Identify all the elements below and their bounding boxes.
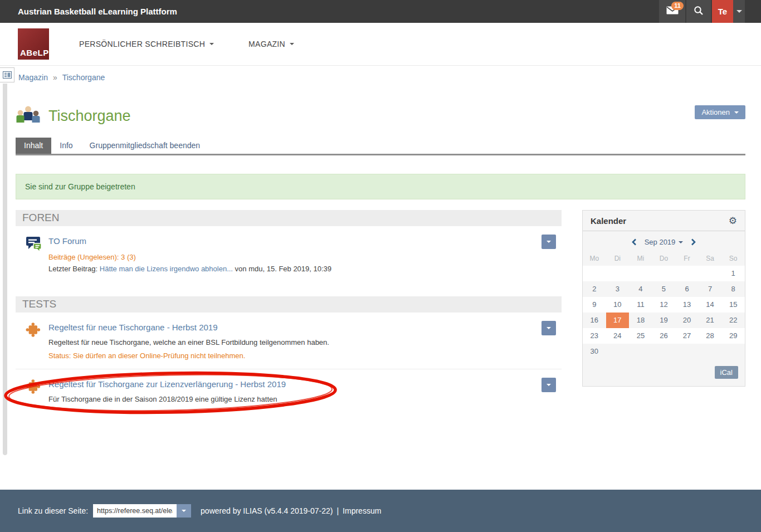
calendar-weekday: Mi: [629, 251, 652, 266]
logo[interactable]: ABeLP: [18, 28, 49, 60]
topbar-actions: 11 Te: [658, 0, 745, 23]
tests-section-header: TESTS: [16, 296, 562, 313]
chevron-down-icon: [182, 510, 186, 512]
calendar-day-23[interactable]: 23: [583, 328, 606, 344]
calendar-day-22[interactable]: 22: [721, 313, 745, 328]
ical-button[interactable]: iCal: [715, 366, 738, 379]
calendar-empty-cell: [652, 344, 676, 359]
group-icon: [16, 104, 41, 128]
top-bar: Austrian Basketball eLearning Plattform …: [0, 0, 761, 23]
calendar-day-18[interactable]: 18: [629, 313, 652, 328]
calendar-day-13[interactable]: 13: [675, 297, 699, 313]
calendar-empty-cell: [606, 266, 630, 281]
tab-gruppenmitgliedschaft-beenden[interactable]: Gruppenmitgliedschaft beenden: [81, 138, 208, 154]
breadcrumb-separator: »: [53, 73, 57, 82]
foren-section-header: FOREN: [16, 210, 562, 226]
calendar-day-27[interactable]: 27: [675, 328, 699, 344]
tab-inhalt[interactable]: Inhalt: [16, 138, 51, 154]
calendar-empty-cell: [652, 266, 676, 281]
test-list-item-1: Regeltest für neue Tischorgane - Herbst …: [16, 313, 562, 369]
calendar-empty-cell: [721, 344, 745, 359]
test-status-1: Status: Sie dürfen an dieser Online-Prüf…: [48, 352, 534, 360]
calendar-weekday: Fr: [675, 251, 699, 266]
calendar-day-5[interactable]: 5: [652, 281, 676, 297]
calendar-day-8[interactable]: 8: [721, 281, 745, 297]
calendar-day-26[interactable]: 26: [652, 328, 676, 344]
test-actions-dropdown-2[interactable]: [542, 378, 556, 392]
calendar-day-28[interactable]: 28: [699, 328, 722, 344]
logo-text: ABeLP: [18, 48, 51, 60]
calendar-day-10[interactable]: 10: [606, 297, 630, 313]
calendar-weekday: Do: [652, 251, 676, 266]
permalink-dropdown[interactable]: [177, 504, 191, 518]
user-menu-caret[interactable]: [733, 0, 745, 23]
calendar-day-16[interactable]: 16: [583, 313, 606, 328]
breadcrumb-tischorgane[interactable]: Tischorgane: [62, 73, 105, 82]
nav-magazin[interactable]: MAGAZIN: [248, 40, 294, 48]
test-title-link-2[interactable]: Regeltest für Tischorgane zur Lizenzverl…: [48, 378, 286, 389]
calendar-empty-cell: [675, 344, 699, 359]
calendar-day-29[interactable]: 29: [721, 328, 745, 344]
success-message: Sie sind zur Gruppe beigetreten: [16, 174, 745, 199]
mail-button[interactable]: 11: [659, 0, 685, 23]
calendar-widget: Kalender ⚙ Sep 2019 MoDiMiDoFrSaSo 12345…: [582, 210, 745, 387]
tree-slide-handle[interactable]: [3, 84, 7, 455]
calendar-day-2[interactable]: 2: [583, 281, 606, 297]
calendar-day-25[interactable]: 25: [629, 328, 652, 344]
test-description-1: Regeltest für neue Tischorgane, welche a…: [48, 338, 534, 348]
calendar-next-button[interactable]: [691, 238, 696, 246]
calendar-empty-cell: [629, 344, 652, 359]
calendar-week-row: 16171819202122: [583, 313, 745, 328]
nav-personal-desktop[interactable]: PERSÖNLICHER SCHREIBTISCH: [79, 40, 214, 48]
calendar-empty-cell: [675, 266, 699, 281]
forum-title-link[interactable]: TO Forum: [48, 235, 86, 246]
permalink-input[interactable]: [93, 504, 177, 518]
avatar[interactable]: Te: [712, 0, 733, 23]
tab-info[interactable]: Info: [51, 138, 81, 154]
calendar-day-9[interactable]: 9: [583, 297, 606, 313]
calendar-day-7[interactable]: 7: [699, 281, 722, 297]
permalink-label: Link zu dieser Seite:: [18, 506, 88, 515]
calendar-month-selector[interactable]: Sep 2019: [645, 238, 684, 246]
calendar-day-11[interactable]: 11: [629, 297, 652, 313]
calendar-day-1[interactable]: 1: [721, 266, 745, 281]
calendar-day-12[interactable]: 12: [652, 297, 676, 313]
calendar-prev-button[interactable]: [632, 238, 637, 246]
actions-label: Aktionen: [701, 108, 730, 116]
calendar-day-3[interactable]: 3: [606, 281, 630, 297]
tests-block: TESTS Regeltest für neue Tischorgane - H…: [16, 296, 562, 414]
actions-button[interactable]: Aktionen: [695, 105, 745, 119]
calendar-empty-cell: [606, 344, 630, 359]
calendar-week-row: 2345678: [583, 281, 745, 297]
chevron-down-icon: [547, 384, 551, 386]
last-post-link[interactable]: Hätte man die Lizens irgendwo abholen...: [100, 265, 233, 273]
chevron-down-icon: [679, 241, 683, 243]
gear-icon[interactable]: ⚙: [729, 216, 737, 226]
calendar-day-30[interactable]: 30: [583, 344, 606, 359]
impressum-link[interactable]: Impressum: [343, 506, 381, 515]
user-menu[interactable]: Te: [712, 0, 745, 23]
breadcrumb-magazin[interactable]: Magazin: [18, 73, 48, 82]
main-nav: PERSÖNLICHER SCHREIBTISCH MAGAZIN: [79, 40, 294, 48]
calendar-day-24[interactable]: 24: [606, 328, 630, 344]
calendar-day-14[interactable]: 14: [699, 297, 722, 313]
calendar-day-4[interactable]: 4: [629, 281, 652, 297]
calendar-weekday: Sa: [699, 251, 722, 266]
calendar-day-17[interactable]: 17: [606, 313, 630, 328]
calendar-day-21[interactable]: 21: [699, 313, 722, 328]
calendar-weekday-row: MoDiMiDoFrSaSo: [583, 251, 745, 266]
calendar-day-19[interactable]: 19: [652, 313, 676, 328]
calendar-day-15[interactable]: 15: [721, 297, 745, 313]
calendar-day-20[interactable]: 20: [675, 313, 699, 328]
tree-view-icon: [3, 71, 12, 79]
forum-actions-dropdown[interactable]: [542, 235, 556, 249]
calendar-month-label: Sep 2019: [645, 238, 676, 246]
calendar-day-6[interactable]: 6: [675, 281, 699, 297]
calendar-weekday: Di: [606, 251, 630, 266]
tree-view-toggle[interactable]: [0, 67, 14, 82]
app-title: Austrian Basketball eLearning Plattform: [18, 7, 177, 16]
test-title-link-1[interactable]: Regeltest für neue Tischorgane - Herbst …: [48, 321, 218, 332]
test-description-2: Für Tischorgane die in der Saison 2018/2…: [48, 394, 534, 405]
search-button[interactable]: [686, 0, 711, 23]
test-actions-dropdown-1[interactable]: [542, 321, 556, 335]
